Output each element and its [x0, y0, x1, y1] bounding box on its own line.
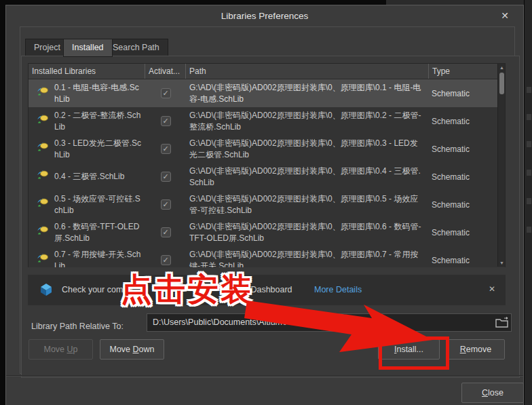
column-header-activated[interactable]: Activat...	[145, 64, 186, 79]
scrollbar-thumb[interactable]	[499, 73, 504, 94]
library-name: 0.3 - LED发光二极管.SchLib	[54, 138, 142, 161]
activated-checkbox[interactable]: ✓	[161, 199, 171, 210]
dialog-title: Libraries Preferences	[6, 11, 523, 21]
move-up-button[interactable]: Move Up	[28, 339, 93, 360]
table-scrollbar[interactable]: ▲ ▼	[497, 64, 505, 267]
library-name: 0.7 - 常用按键-开关.SchLib	[54, 249, 142, 268]
schlib-file-icon	[37, 169, 49, 180]
library-name: 0.4 - 三极管.SchLib	[54, 171, 124, 182]
library-name: 0.5 - 场效应管-可控硅.SchLib	[54, 193, 142, 216]
library-path: G:\AD\(非密码版)AD002原理图封装库\0、原理图库\0.3 - LED…	[189, 138, 423, 161]
activated-checkbox[interactable]: ✓	[161, 255, 171, 265]
library-name: 0.2 - 二极管-整流桥.SchLib	[54, 110, 142, 133]
table-row[interactable]: 0.5 - 场效应管-可控硅.SchLib ✓ G:\AD\(非密码版)AD00…	[28, 191, 505, 218]
schlib-file-icon	[37, 141, 49, 152]
table-row[interactable]: 0.2 - 二极管-整流桥.SchLib ✓ G:\AD\(非密码版)AD002…	[28, 107, 505, 135]
activated-checkbox[interactable]: ✓	[161, 172, 171, 182]
scroll-down-icon[interactable]: ▼	[498, 259, 506, 267]
library-path: G:\AD\(非密码版)AD002原理图封装库\0、原理图库\0.6 - 数码管…	[189, 221, 423, 244]
library-path-label: Library Path Relative To:	[31, 317, 124, 336]
activated-checkbox[interactable]: ✓	[161, 227, 171, 237]
library-path: G:\AD\(非密码版)AD002原理图封装库\0、原理图库\0.1 - 电阻-…	[189, 82, 423, 105]
remove-button[interactable]: Remove	[446, 339, 505, 360]
move-down-button[interactable]: Move Down	[100, 339, 164, 360]
library-type: Schematic	[432, 172, 470, 182]
library-name: 0.1 - 电阻-电容-电感.SchLib	[54, 82, 142, 105]
table-row[interactable]: 0.6 - 数码管-TFT-OLED屏.SchLib ✓ G:\AD\(非密码版…	[28, 218, 505, 246]
schlib-file-icon	[37, 197, 49, 208]
close-button[interactable]: Close	[461, 383, 524, 403]
annotation-arrow-icon	[231, 288, 448, 363]
tab-installed[interactable]: Installed	[63, 39, 113, 57]
background-app-strip-top	[386, 0, 532, 5]
table-header-row: Installed Libraries Activat... Path Type	[28, 64, 505, 79]
library-path: G:\AD\(非密码版)AD002原理图封装库\0、原理图库\0.2 - 二极管…	[189, 110, 423, 133]
library-path: G:\AD\(非密码版)AD002原理图封装库\0、原理图库\0.7 - 常用按…	[189, 249, 423, 268]
library-name: 0.6 - 数码管-TFT-OLED屏.SchLib	[54, 221, 142, 244]
library-type: Schematic	[432, 228, 470, 237]
library-type: Schematic	[432, 200, 470, 210]
library-path: G:\AD\(非密码版)AD002原理图封装库\0、原理图库\0.5 - 场效应…	[189, 193, 423, 216]
footer-divider	[6, 375, 523, 377]
column-header-installed-libraries[interactable]: Installed Libraries	[28, 64, 145, 79]
notification-close-icon[interactable]: ✕	[487, 284, 497, 294]
schlib-file-icon	[37, 252, 49, 263]
library-type: Schematic	[432, 89, 470, 98]
activated-checkbox[interactable]: ✓	[161, 144, 171, 154]
library-table-body: 0.1 - 电阻-电容-电感.SchLib ✓ G:\AD\(非密码版)AD00…	[28, 79, 505, 267]
activated-checkbox[interactable]: ✓	[161, 88, 171, 98]
library-path: G:\AD\(非密码版)AD002原理图封装库\0、原理图库\0.4 - 三极管…	[189, 166, 423, 189]
background-app-strip-right	[524, 0, 532, 405]
table-row[interactable]: 0.3 - LED发光二极管.SchLib ✓ G:\AD\(非密码版)AD00…	[28, 135, 505, 163]
schlib-file-icon	[37, 113, 49, 124]
library-type: Schematic	[432, 144, 470, 154]
dialog-close-icon[interactable]: ✕	[499, 9, 511, 22]
browse-folder-icon[interactable]	[495, 317, 509, 328]
library-type: Schematic	[432, 256, 470, 265]
scroll-up-icon[interactable]: ▲	[498, 64, 506, 71]
altium-365-logo-icon	[39, 283, 53, 296]
column-header-type[interactable]: Type	[429, 64, 497, 79]
schlib-file-icon	[37, 85, 49, 96]
table-row[interactable]: 0.7 - 常用按键-开关.SchLib ✓ G:\AD\(非密码版)AD002…	[28, 246, 505, 267]
dialog-titlebar[interactable]: Libraries Preferences ✕	[6, 5, 523, 26]
table-row[interactable]: 0.4 - 三极管.SchLib ✓ G:\AD\(非密码版)AD002原理图封…	[28, 163, 505, 191]
screen: Libraries Preferences ✕ Project Installe…	[0, 0, 532, 405]
activated-checkbox[interactable]: ✓	[161, 116, 171, 126]
column-header-path[interactable]: Path	[186, 64, 429, 79]
tab-search-path[interactable]: Search Path	[104, 39, 168, 56]
schlib-file-icon	[37, 225, 49, 235]
library-type: Schematic	[432, 117, 470, 126]
installed-libraries-table: Installed Libraries Activat... Path Type…	[28, 63, 506, 267]
table-row[interactable]: 0.1 - 电阻-电容-电感.SchLib ✓ G:\AD\(非密码版)AD00…	[28, 79, 505, 107]
